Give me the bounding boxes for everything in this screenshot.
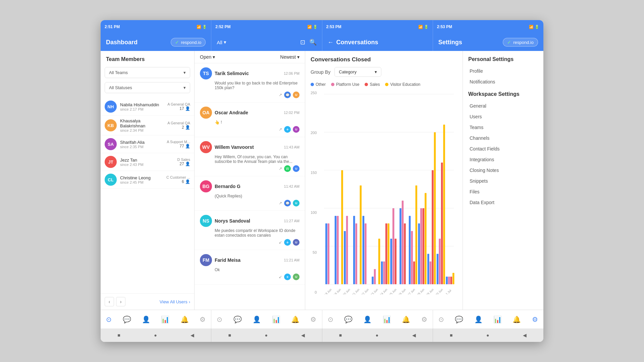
nav-dashboard-icon[interactable]: ⊙ — [103, 313, 114, 326]
nav-notif-icon-3[interactable]: 🔔 — [399, 313, 413, 326]
ctrl-square-2[interactable]: ■ — [228, 333, 231, 338]
member-avatar: KB — [105, 119, 117, 131]
nav-contacts-icon[interactable]: 👤 — [139, 313, 153, 326]
settings-data-export[interactable]: Data Export — [468, 197, 538, 208]
pagination-row: ‹ › View All Users › — [101, 293, 194, 310]
group-by-select[interactable]: Category ▾ — [334, 67, 381, 77]
panel-settings: Personal Settings Profile Notifications … — [463, 51, 543, 310]
conv-item[interactable]: OA Oscar Andrade 12:02 PM 👆 ! ↗ ✈ U — [195, 103, 305, 137]
ctrl-triangle-1[interactable]: ◀ — [191, 333, 194, 338]
next-page-btn[interactable]: › — [116, 297, 125, 306]
settings-title: Settings — [438, 39, 462, 46]
svg-rect-55 — [437, 254, 439, 284]
nav-conv-icon-3[interactable]: 💬 — [341, 313, 355, 326]
settings-general[interactable]: General — [468, 101, 538, 111]
all-statuses-dropdown[interactable]: All Statuses ▾ — [105, 82, 190, 93]
ctrl-triangle-3[interactable]: ◀ — [412, 333, 416, 338]
member-item[interactable]: SA Sharifah Alia since 2:35 PM A Support… — [101, 135, 194, 153]
bottom-nav-seg-4: ⊙ 💬 👤 📊 🔔 ⚙ — [433, 310, 543, 328]
svg-rect-52 — [432, 170, 434, 284]
all-filter-btn[interactable]: All ▾ — [217, 39, 226, 45]
nav-reports-icon-2[interactable]: 📊 — [269, 313, 283, 326]
conv-item[interactable]: WV Willem Vanvoorst 11:43 AM Hey Willem,… — [195, 137, 305, 176]
member-item[interactable]: KB Khausalya Balakrishnan since 2:34 PM … — [101, 116, 194, 135]
ctrl-circle-3[interactable]: ● — [376, 333, 378, 338]
nav-contacts-icon-4[interactable]: 👤 — [472, 313, 485, 326]
settings-notifications[interactable]: Notifications — [468, 76, 538, 87]
settings-channels[interactable]: Channels — [468, 133, 538, 143]
settings-teams[interactable]: Teams — [468, 122, 538, 133]
assign-avatar: U — [293, 274, 300, 280]
ctrl-square-1[interactable]: ■ — [117, 333, 120, 338]
y-label: 200 — [311, 131, 317, 135]
newest-label: Newest — [280, 54, 296, 60]
member-item[interactable]: CL Christine Leong since 2:45 PM C Custo… — [101, 171, 194, 189]
settings-files[interactable]: Files — [468, 186, 538, 197]
nav-dashboard-icon-3[interactable]: ⊙ — [325, 313, 336, 326]
open-filter-btn[interactable]: Open ▾ — [200, 54, 215, 60]
conv-item[interactable]: FM Farid Meisa 11:21 AM Ok ↙ ✈ U — [195, 250, 305, 285]
member-avatar: CL — [105, 174, 117, 186]
nav-contacts-icon-2[interactable]: 👤 — [250, 313, 264, 326]
conv-avatar: NS — [200, 215, 212, 227]
bottom-nav-row: ⊙ 💬 👤 📊 🔔 ⚙ ⊙ 💬 👤 📊 🔔 ⚙ ⊙ 💬 👤 📊 � — [101, 310, 543, 328]
nav-dashboard-icon-4[interactable]: ⊙ — [436, 313, 447, 326]
ctrl-triangle-4[interactable]: ◀ — [523, 333, 527, 338]
filter-icon[interactable]: ⊡ — [300, 39, 305, 46]
y-label: 100 — [311, 210, 317, 215]
nav-settings-icon-3[interactable]: ⚙ — [419, 313, 430, 326]
newest-sort-btn[interactable]: Newest ▾ — [280, 54, 300, 60]
nav-settings-icon-2[interactable]: ⚙ — [308, 313, 319, 326]
group-by-label: Group By — [311, 69, 330, 75]
nav-conv-icon[interactable]: 💬 — [120, 313, 134, 326]
settings-snippets[interactable]: Snippets — [468, 176, 538, 186]
ctrl-circle-1[interactable]: ● — [154, 333, 157, 338]
nav-dashboard-icon-2[interactable]: ⊙ — [214, 313, 225, 326]
member-team: A Support M... — [167, 140, 190, 144]
member-item[interactable]: NH Nabila Hishamuddin since 2:17 PM A Ge… — [101, 98, 194, 116]
ctrl-square-4[interactable]: ■ — [450, 333, 452, 338]
settings-profile[interactable]: Profile — [468, 66, 538, 76]
member-item[interactable]: JT Jezz Tan since 2:43 PM D Sales 27 👤 — [101, 153, 194, 171]
nav-conv-icon-4[interactable]: 💬 — [452, 313, 466, 326]
legend-dot-other — [311, 83, 314, 86]
team-members-list: NH Nabila Hishamuddin since 2:17 PM A Ge… — [101, 95, 194, 293]
nav-notif-icon[interactable]: 🔔 — [178, 313, 192, 326]
nav-settings-icon[interactable]: ⚙ — [197, 313, 208, 326]
svg-rect-29 — [385, 224, 387, 284]
conv-item[interactable]: TS Tarik Selimovic 12:06 PM Would you li… — [195, 63, 305, 103]
nav-contacts-icon-3[interactable]: 👤 — [361, 313, 374, 326]
settings-contact-fields[interactable]: Contact Fields — [468, 143, 538, 154]
settings-closing-notes[interactable]: Closing Notes — [468, 165, 538, 176]
svg-rect-61 — [448, 277, 450, 284]
nav-reports-icon-3[interactable]: 📊 — [380, 313, 394, 326]
svg-text:27 Jun: 27 Jun — [407, 288, 416, 294]
brand-badge-2[interactable]: ✓ respond.io — [503, 38, 538, 47]
chart-title: Conversations Closed — [311, 56, 457, 63]
view-all-link[interactable]: View All Users › — [160, 299, 190, 304]
forward-icon: ↗ — [279, 201, 282, 205]
conv-footer: ↗ 💬 U — [200, 92, 300, 98]
ctrl-square-3[interactable]: ■ — [339, 333, 342, 338]
brand-badge-1[interactable]: ✓ respond.io — [171, 38, 206, 47]
nav-settings-icon-4[interactable]: ⚙ — [529, 313, 541, 326]
ctrl-circle-4[interactable]: ● — [486, 333, 489, 338]
ctrl-circle-2[interactable]: ● — [265, 333, 267, 338]
conv-item[interactable]: BG Bernardo G 11:42 AM (Quick Replies) ↗… — [195, 176, 305, 211]
back-arrow-icon[interactable]: ← — [328, 39, 334, 46]
conv-time: 11:27 AM — [284, 219, 300, 223]
prev-page-btn[interactable]: ‹ — [105, 297, 114, 306]
nav-conv-icon-2[interactable]: 💬 — [231, 313, 245, 326]
ctrl-triangle-2[interactable]: ◀ — [301, 333, 305, 338]
member-info: Sharifah Alia since 2:35 PM — [120, 140, 163, 149]
settings-users[interactable]: Users — [468, 111, 538, 122]
all-teams-dropdown[interactable]: All Teams ▾ — [105, 67, 190, 78]
search-icon[interactable]: 🔍 — [309, 39, 317, 46]
nav-reports-icon[interactable]: 📊 — [158, 313, 172, 326]
nav-notif-icon-2[interactable]: 🔔 — [288, 313, 302, 326]
conv-item[interactable]: NS Norys Sandoval 11:27 AM Me puedes com… — [195, 211, 305, 250]
nav-notif-icon-4[interactable]: 🔔 — [510, 313, 524, 326]
nav-reports-icon-4[interactable]: 📊 — [491, 313, 504, 326]
settings-integrations[interactable]: Integrations — [468, 154, 538, 165]
channel-badge: W — [284, 165, 291, 172]
